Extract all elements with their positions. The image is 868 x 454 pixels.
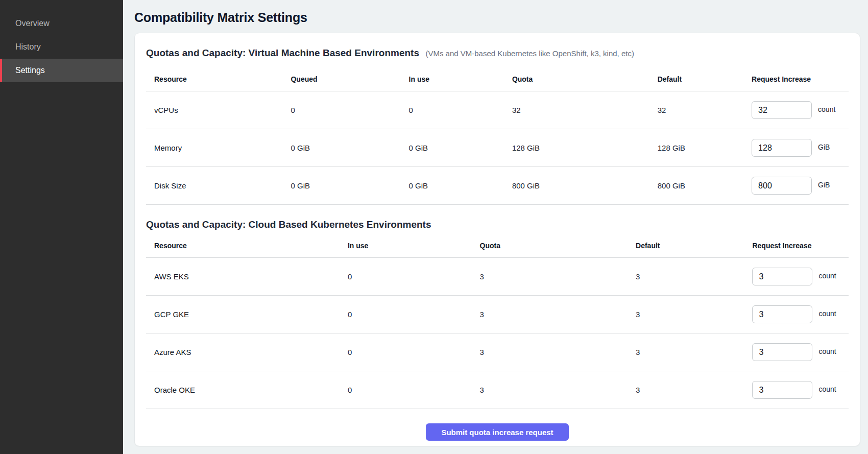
unit-label: count — [818, 272, 836, 280]
vm-table-header: Resource Queued In use Quota Default Req… — [146, 67, 849, 91]
column-header-default: Default — [636, 242, 752, 250]
default-value: 3 — [636, 272, 752, 281]
vm-section-subtitle: (VMs and VM-based Kubernetes like OpenSh… — [425, 49, 634, 58]
request-increase-cell: count — [752, 101, 849, 119]
quota-value: 3 — [480, 310, 636, 319]
request-increase-input[interactable] — [752, 101, 812, 119]
column-header-queued: Queued — [291, 75, 408, 83]
unit-label: GiB — [818, 181, 830, 189]
sidebar-item-overview[interactable]: Overview — [0, 12, 123, 35]
table-row: Memory 0 GiB 0 GiB 128 GiB 128 GiB GiB — [146, 129, 849, 167]
resource-name: GCP GKE — [146, 310, 348, 319]
request-increase-cell: count — [752, 381, 849, 399]
unit-label: count — [818, 347, 836, 355]
page-title: Compatibility Matrix Settings — [134, 10, 860, 25]
table-row: Disk Size 0 GiB 0 GiB 800 GiB 800 GiB Gi… — [146, 167, 849, 205]
unit-label: count — [818, 385, 836, 393]
table-row: Oracle OKE 0 3 3 count — [146, 371, 849, 409]
k8s-table-header: Resource In use Quota Default Request In… — [146, 233, 849, 258]
sidebar-item-history[interactable]: History — [0, 35, 123, 59]
default-value: 3 — [636, 386, 752, 394]
resource-name: Disk Size — [146, 181, 291, 190]
request-increase-input[interactable] — [752, 381, 812, 399]
default-value: 32 — [658, 106, 752, 114]
in-use-value: 0 — [348, 386, 480, 394]
resource-name: Oracle OKE — [146, 386, 348, 394]
card-footer: Submit quota increase request — [146, 423, 849, 441]
k8s-section-title: Quotas and Capacity: Cloud Based Kuberne… — [146, 219, 431, 230]
unit-label: GiB — [818, 143, 830, 151]
default-value: 800 GiB — [658, 181, 752, 190]
in-use-value: 0 — [409, 106, 512, 114]
quota-value: 3 — [480, 386, 636, 394]
default-value: 128 GiB — [658, 144, 752, 152]
in-use-value: 0 — [348, 348, 480, 356]
submit-quota-button[interactable]: Submit quota increase request — [426, 423, 569, 441]
resource-name: vCPUs — [146, 106, 291, 114]
column-header-resource: Resource — [146, 242, 348, 250]
in-use-value: 0 GiB — [409, 181, 512, 190]
main-content: Compatibility Matrix Settings Quotas and… — [123, 0, 868, 454]
request-increase-cell: GiB — [752, 139, 849, 157]
column-header-request-increase: Request Increase — [752, 75, 849, 83]
column-header-request-increase: Request Increase — [752, 242, 849, 250]
column-header-default: Default — [658, 75, 752, 83]
in-use-value: 0 GiB — [409, 144, 512, 152]
app-root: Overview History Settings Compatibility … — [0, 0, 868, 454]
vm-table-body: vCPUs 0 0 32 32 count Memory 0 GiB 0 GiB… — [146, 91, 849, 205]
resource-name: Azure AKS — [146, 348, 348, 356]
k8s-table-body: AWS EKS 0 3 3 count GCP GKE 0 3 3 count … — [146, 258, 849, 409]
vm-section-header: Quotas and Capacity: Virtual Machine Bas… — [146, 47, 849, 59]
table-row: vCPUs 0 0 32 32 count — [146, 91, 849, 129]
request-increase-input[interactable] — [752, 139, 812, 157]
request-increase-cell: count — [752, 268, 849, 285]
default-value: 3 — [636, 348, 752, 356]
sidebar: Overview History Settings — [0, 0, 123, 454]
settings-card: Quotas and Capacity: Virtual Machine Bas… — [134, 33, 860, 446]
request-increase-input[interactable] — [752, 177, 812, 195]
default-value: 3 — [636, 310, 752, 319]
quota-value: 3 — [480, 272, 636, 281]
resource-name: AWS EKS — [146, 272, 348, 281]
quota-value: 3 — [480, 348, 636, 356]
vm-section-title: Quotas and Capacity: Virtual Machine Bas… — [146, 47, 419, 58]
column-header-resource: Resource — [146, 75, 291, 83]
quota-value: 32 — [512, 106, 658, 114]
request-increase-input[interactable] — [752, 343, 812, 361]
table-row: AWS EKS 0 3 3 count — [146, 258, 849, 296]
request-increase-input[interactable] — [752, 268, 812, 285]
column-header-quota: Quota — [480, 242, 636, 250]
in-use-value: 0 — [348, 310, 480, 319]
request-increase-cell: count — [752, 305, 849, 323]
table-row: GCP GKE 0 3 3 count — [146, 296, 849, 333]
column-header-in-use: In use — [409, 75, 512, 83]
queued-value: 0 — [291, 106, 408, 114]
request-increase-cell: GiB — [752, 177, 849, 195]
column-header-quota: Quota — [512, 75, 658, 83]
sidebar-nav: Overview History Settings — [0, 12, 123, 82]
quota-value: 800 GiB — [512, 181, 658, 190]
request-increase-cell: count — [752, 343, 849, 361]
in-use-value: 0 — [348, 272, 480, 281]
request-increase-input[interactable] — [752, 305, 812, 323]
k8s-section-header: Quotas and Capacity: Cloud Based Kuberne… — [146, 219, 849, 230]
column-header-in-use: In use — [348, 242, 480, 250]
queued-value: 0 GiB — [291, 181, 408, 190]
sidebar-item-settings[interactable]: Settings — [0, 59, 123, 82]
quota-value: 128 GiB — [512, 144, 658, 152]
table-row: Azure AKS 0 3 3 count — [146, 333, 849, 371]
queued-value: 0 GiB — [291, 144, 408, 152]
unit-label: count — [818, 309, 836, 318]
resource-name: Memory — [146, 144, 291, 152]
unit-label: count — [818, 105, 835, 113]
